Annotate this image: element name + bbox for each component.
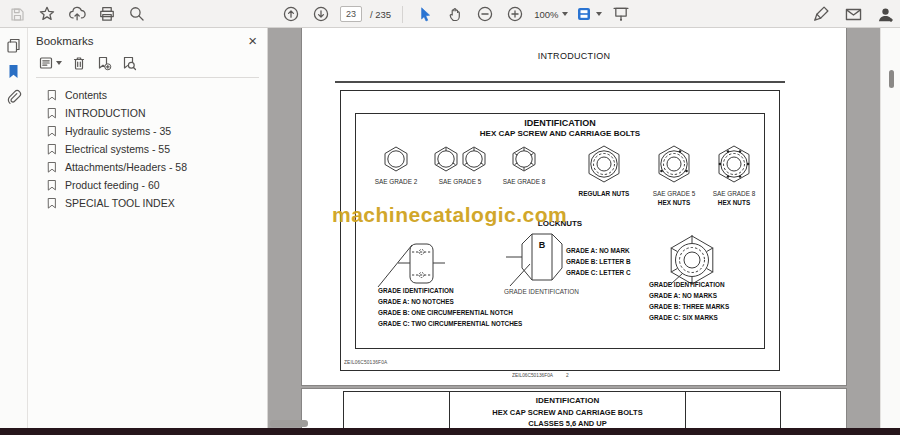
next-page-button[interactable] [310, 2, 332, 26]
grade-line: GRADE A: NO MARKS [649, 290, 729, 301]
grade-identification-label: GRADE IDENTIFICATION [378, 285, 522, 296]
bookmark-item-electrical-systems[interactable]: Electrical systems - 55 [46, 140, 267, 158]
locknut-side-view-diagram [374, 232, 464, 292]
attachments-panel-button[interactable] [2, 88, 26, 106]
select-tool-button[interactable] [414, 2, 436, 26]
presentation-mode-button[interactable] [610, 2, 632, 26]
figure-subtitle: HEX CAP SCREW AND CARRIAGE BOLTS [356, 129, 764, 138]
minus-circle-icon [476, 5, 494, 23]
figure-frame: IDENTIFICATION HEX CAP SCREW AND CARRIAG… [340, 90, 780, 371]
zoom-level-label: 100% [534, 9, 558, 20]
previous-page-button[interactable] [280, 2, 302, 26]
grade-identification-label: GRADE IDENTIFICATION [504, 286, 579, 297]
page-count-label: / 235 [370, 9, 391, 20]
delete-bookmark-button[interactable] [71, 55, 87, 71]
favorite-star-button[interactable] [36, 2, 58, 26]
find-button[interactable] [126, 2, 148, 26]
new-bookmark-button[interactable] [96, 55, 112, 71]
page-thumbnails-panel-button[interactable] [2, 36, 26, 54]
bookmarks-panel-header: Bookmarks × [28, 28, 267, 50]
nut-label: SAE GRADE 8 [704, 190, 764, 197]
share-upload-button[interactable] [66, 2, 88, 26]
document-pane[interactable]: INTRODUCTION IDENTIFICATION HEX CAP SCRE… [268, 28, 880, 428]
add-bookmark-icon [96, 55, 112, 71]
page-number-input[interactable]: 23 [340, 6, 362, 22]
close-panel-button[interactable]: × [248, 36, 257, 46]
trash-icon [71, 55, 87, 71]
printer-icon [98, 5, 116, 23]
plus-circle-icon [506, 5, 524, 23]
bookmark-options-button[interactable] [38, 55, 62, 71]
sae-grade-5-hex-nut-icon [657, 145, 691, 183]
bookmark-item-hydraulic-systems[interactable]: Hydraulic systems - 35 [46, 122, 267, 140]
toolbar-left-group [6, 0, 148, 28]
sae-grade-8-bolt-icon [511, 146, 537, 172]
watermark: machinecatalogic.com [332, 203, 567, 227]
grade-line: GRADE C: TWO CIRCUMFERENTIAL NOTCHES [378, 318, 522, 329]
figure-line3: CLASSES 5,6 AND UP [450, 419, 685, 428]
nut-label: REGULAR NUTS [569, 190, 639, 197]
bookmark-icon [46, 197, 58, 209]
toolbar-divider [402, 6, 403, 23]
caption-page-number: 2 [566, 372, 569, 378]
sae-grade-8-hex-nut-icon [717, 145, 751, 183]
vertical-scrollbar[interactable] [880, 28, 900, 428]
cloud-upload-icon [68, 5, 86, 23]
projector-screen-icon [612, 5, 630, 23]
hand-icon [447, 6, 464, 23]
save-icon [9, 6, 26, 23]
page-view-mode-dropdown[interactable] [576, 2, 602, 26]
panel-title: Bookmarks [36, 35, 94, 47]
bolt-label: SAE GRADE 2 [361, 178, 431, 185]
identification-figure-2: IDENTIFICATION HEX CAP SCREW AND CARRIAG… [449, 391, 686, 428]
cursor-arrow-icon [417, 6, 434, 23]
bookmark-item-introduction[interactable]: INTRODUCTION [46, 104, 267, 122]
bookmark-icon [46, 107, 58, 119]
heading-rule [335, 81, 785, 83]
bookmarks-toolbar [28, 50, 267, 77]
sae-grade-5-bolt-icon [461, 146, 487, 172]
grade-line: GRADE C: SIX MARKS [649, 312, 729, 323]
save-button[interactable] [6, 2, 28, 26]
find-bookmark-button[interactable] [121, 55, 137, 71]
zoom-out-button[interactable] [474, 2, 496, 26]
chevron-down-icon [596, 12, 602, 16]
bookmark-item-product-feeding[interactable]: Product feeding - 60 [46, 176, 267, 194]
pdf-page-2: INTRODUCTION IDENTIFICATION HEX CAP SCRE… [302, 28, 846, 385]
identification-figure: IDENTIFICATION HEX CAP SCREW AND CARRIAG… [355, 113, 765, 349]
fill-sign-button[interactable] [810, 2, 832, 26]
top-toolbar: 23 / 235 [0, 0, 900, 28]
zoom-level-dropdown[interactable]: 100% [534, 2, 568, 26]
taskbar-edge [0, 428, 900, 435]
print-button[interactable] [96, 2, 118, 26]
bolt-label: SAE GRADE 8 [489, 178, 559, 185]
grade-line: GRADE C: LETTER C [566, 267, 631, 278]
user-avatar-icon [876, 5, 895, 24]
account-button[interactable] [874, 2, 896, 26]
star-icon [38, 5, 56, 23]
chevron-down-icon [562, 12, 568, 16]
section-heading: INTRODUCTION [302, 51, 846, 61]
figure-title: IDENTIFICATION [450, 396, 685, 405]
bookmark-item-contents[interactable]: Contents [46, 86, 267, 104]
horizontal-scrollbar-thumb[interactable] [270, 420, 308, 427]
arrow-up-circle-icon [282, 5, 300, 23]
search-bookmark-icon [121, 55, 137, 71]
bookmark-icon [46, 125, 58, 137]
bookmark-icon [5, 63, 22, 80]
vertical-scrollbar-thumb[interactable] [889, 70, 894, 88]
toolbar-center-group: 23 / 235 [280, 0, 632, 28]
figure-title: IDENTIFICATION [356, 118, 764, 128]
options-list-icon [38, 55, 54, 71]
nut-label: HEX NUTS [644, 199, 704, 206]
bookmark-item-attachments-headers[interactable]: Attachments/Headers - 58 [46, 158, 267, 176]
zoom-in-button[interactable] [504, 2, 526, 26]
bookmark-icon [46, 161, 58, 173]
bookmarks-panel-button[interactable] [2, 62, 26, 80]
send-email-button[interactable] [842, 2, 864, 26]
bookmark-icon [46, 143, 58, 155]
sae-grade-5-bolt-icon [433, 146, 459, 172]
hand-tool-button[interactable] [444, 2, 466, 26]
bookmark-item-special-tool-index[interactable]: SPECIAL TOOL INDEX [46, 194, 267, 212]
grade-identification-label: GRADE IDENTIFICATION [649, 279, 729, 290]
